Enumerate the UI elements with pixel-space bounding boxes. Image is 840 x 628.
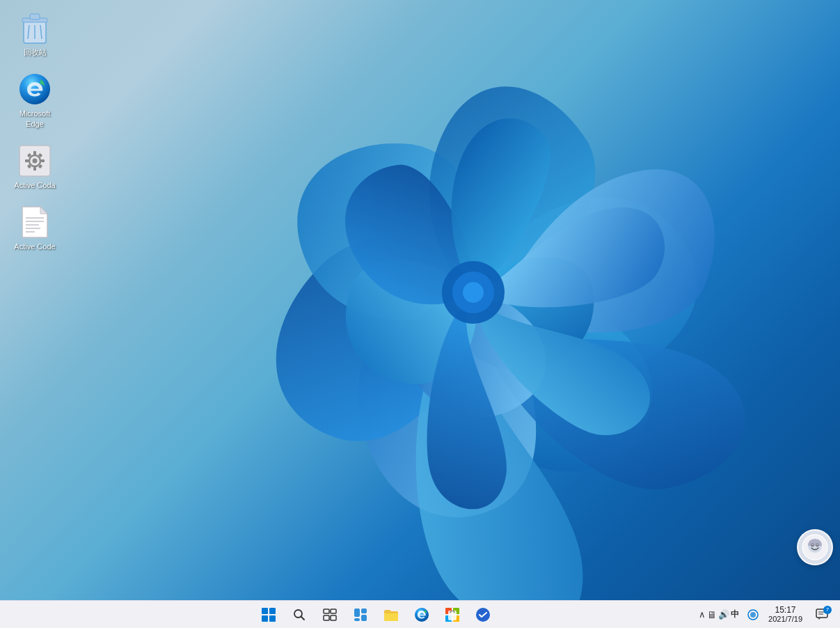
active-coda-icon[interactable]: Active Coda [7, 140, 63, 194]
svg-rect-17 [41, 159, 45, 162]
svg-rect-43 [354, 609, 360, 617]
tray-volume: 🔊 [718, 609, 729, 620]
active-code-image [18, 205, 51, 239]
clock[interactable]: 15:17 2021/7/19 [764, 602, 807, 628]
assistant-button[interactable] [797, 529, 833, 565]
active-coda-label: Active Coda [14, 180, 55, 190]
svg-rect-42 [331, 615, 336, 620]
svg-line-38 [301, 616, 305, 620]
taskbar-right: ∧ 🖥 🔊 中 15:17 2021/7/19 [696, 602, 840, 628]
clock-date: 2021/7/19 [768, 615, 802, 624]
svg-point-10 [19, 74, 50, 104]
svg-rect-35 [262, 615, 268, 622]
active-coda-image [18, 144, 51, 178]
svg-point-13 [33, 158, 38, 163]
svg-rect-15 [33, 167, 36, 171]
taskbar-center [56, 602, 696, 628]
svg-rect-39 [324, 609, 329, 613]
svg-rect-52 [448, 611, 457, 620]
svg-point-55 [750, 612, 756, 618]
tray-network: 🖥 [707, 609, 717, 620]
active-code-icon[interactable]: Active Code [7, 201, 63, 256]
svg-rect-45 [354, 618, 360, 621]
svg-rect-41 [324, 615, 329, 620]
recycle-bin-icon[interactable]: 回收站 [7, 7, 63, 61]
file-explorer-button[interactable] [377, 602, 405, 628]
svg-rect-36 [269, 615, 276, 622]
svg-rect-14 [33, 151, 36, 155]
taskbar: ∧ 🖥 🔊 中 15:17 2021/7/19 [0, 600, 840, 628]
svg-rect-34 [269, 608, 276, 614]
edge-icon-desktop[interactable]: Microsoft Edge [7, 68, 63, 133]
svg-rect-5 [30, 14, 40, 19]
svg-rect-46 [361, 615, 367, 621]
recycle-bin-label: 回收站 [24, 47, 47, 57]
desktop-icons-container: 回收站 [7, 7, 63, 256]
tray-ime: 中 [731, 609, 739, 620]
svg-rect-16 [25, 159, 29, 162]
edge-label: Microsoft Edge [10, 109, 60, 129]
clock-time: 15:17 [775, 605, 796, 615]
recycle-bin-image [18, 11, 51, 45]
desktop: 回收站 [0, 0, 840, 600]
search-button[interactable] [285, 602, 313, 628]
active-code-label: Active Code [14, 242, 55, 251]
store-button[interactable] [438, 602, 466, 628]
svg-rect-33 [262, 608, 268, 614]
notification-badge: 7 [823, 606, 832, 614]
svg-rect-44 [361, 609, 367, 613]
task-view-button[interactable] [316, 602, 344, 628]
widgets-button[interactable] [347, 602, 374, 628]
system-tray-icons[interactable]: ∧ 🖥 🔊 中 [696, 602, 742, 628]
todo-button[interactable] [469, 602, 497, 628]
vpn-icon[interactable] [746, 602, 760, 628]
tray-chevron: ∧ [699, 609, 706, 620]
wallpaper [0, 0, 840, 600]
notification-button[interactable]: 7 [811, 602, 833, 628]
svg-rect-40 [331, 609, 336, 613]
start-button[interactable] [255, 602, 283, 628]
edge-image [18, 72, 51, 106]
svg-point-2 [463, 282, 484, 303]
edge-taskbar-button[interactable] [408, 602, 436, 628]
